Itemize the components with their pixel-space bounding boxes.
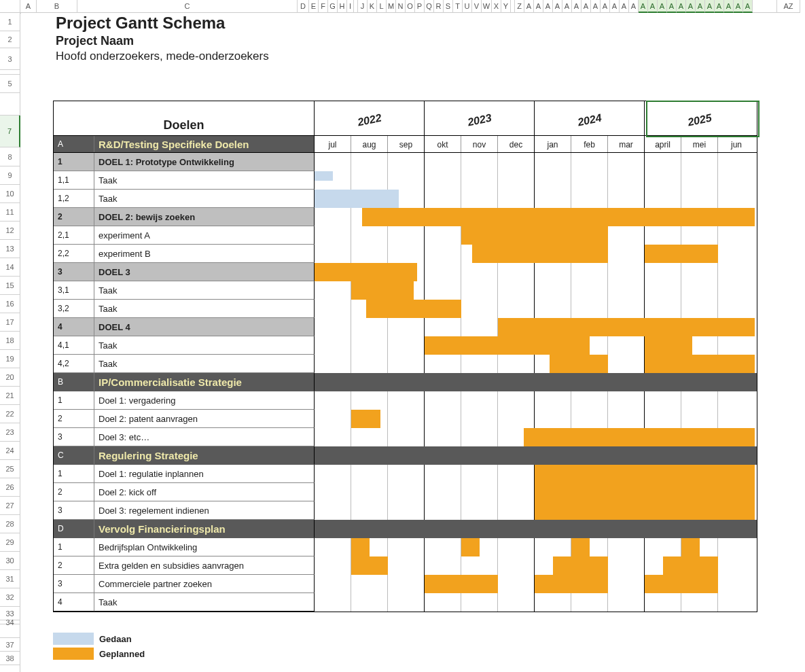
column-header[interactable]: A bbox=[696, 0, 705, 13]
row-header[interactable] bbox=[0, 93, 20, 116]
row-header[interactable]: 20 bbox=[0, 368, 20, 387]
row-id: 2,1 bbox=[54, 226, 94, 245]
column-header[interactable]: V bbox=[472, 0, 482, 13]
row-header[interactable]: 14 bbox=[0, 258, 20, 277]
column-header[interactable]: B bbox=[37, 0, 77, 13]
column-header[interactable]: C bbox=[77, 0, 298, 13]
column-header[interactable]: AZ bbox=[777, 0, 800, 13]
column-header[interactable]: A bbox=[562, 0, 572, 13]
column-header[interactable]: A bbox=[610, 0, 620, 13]
row-header[interactable] bbox=[0, 70, 20, 75]
column-header[interactable]: A bbox=[658, 0, 667, 13]
column-header[interactable]: A bbox=[20, 0, 37, 13]
column-header[interactable]: D bbox=[298, 0, 309, 13]
row-header[interactable]: 21 bbox=[0, 387, 20, 405]
row-header[interactable]: 7 bbox=[0, 116, 20, 147]
row-header[interactable]: 30 bbox=[0, 552, 20, 570]
row-header[interactable]: 13 bbox=[0, 240, 20, 258]
column-header[interactable]: U bbox=[463, 0, 472, 13]
column-header[interactable]: A bbox=[601, 0, 610, 13]
column-header[interactable]: Z bbox=[515, 0, 524, 13]
column-header[interactable]: M bbox=[387, 0, 396, 13]
column-header[interactable]: L bbox=[377, 0, 387, 13]
row-header[interactable]: 26 bbox=[0, 478, 20, 497]
column-header[interactable]: A bbox=[524, 0, 534, 13]
row-header[interactable]: 28 bbox=[0, 515, 20, 533]
row-header[interactable]: 31 bbox=[0, 570, 20, 588]
column-header[interactable]: X bbox=[492, 0, 501, 13]
row-header[interactable]: 17 bbox=[0, 313, 20, 332]
column-header[interactable]: A bbox=[591, 0, 601, 13]
column-header[interactable]: H bbox=[338, 0, 347, 13]
column-header[interactable]: O bbox=[406, 0, 415, 13]
section-a-header: A R&D/Testing Specifieke Doelen bbox=[54, 136, 315, 152]
row-header[interactable] bbox=[0, 624, 20, 638]
row-header[interactable]: 22 bbox=[0, 405, 20, 423]
column-header[interactable]: K bbox=[368, 0, 377, 13]
column-header[interactable]: R bbox=[434, 0, 444, 13]
row-name: DOEL 3 bbox=[94, 263, 315, 281]
column-header[interactable]: N bbox=[396, 0, 406, 13]
gantt-track bbox=[315, 226, 757, 245]
column-header[interactable]: I bbox=[347, 0, 354, 13]
column-header[interactable]: A bbox=[724, 0, 734, 13]
row-name: Doel 3: etc… bbox=[94, 428, 315, 446]
column-header[interactable]: A bbox=[543, 0, 553, 13]
row-header[interactable]: 19 bbox=[0, 350, 20, 368]
column-header[interactable]: A bbox=[572, 0, 582, 13]
row-header[interactable]: 10 bbox=[0, 185, 20, 203]
column-header[interactable]: A bbox=[677, 0, 686, 13]
row-header[interactable]: 18 bbox=[0, 332, 20, 350]
gantt-body: 1DOEL 1: Prototype Ontwikkeling1,1Taak1,… bbox=[54, 153, 757, 612]
column-header[interactable]: A bbox=[582, 0, 591, 13]
column-header[interactable]: A bbox=[648, 0, 658, 13]
gantt-bar bbox=[351, 281, 414, 300]
column-header[interactable]: F bbox=[319, 0, 328, 13]
column-header[interactable]: A bbox=[734, 0, 743, 13]
row-header[interactable]: 37 bbox=[0, 638, 20, 652]
row-header[interactable]: 32 bbox=[0, 588, 20, 607]
column-header[interactable]: A bbox=[743, 0, 753, 13]
column-header[interactable]: A bbox=[553, 0, 562, 13]
row-header[interactable]: 25 bbox=[0, 460, 20, 478]
column-header[interactable] bbox=[0, 0, 20, 13]
row-header[interactable]: 11 bbox=[0, 203, 20, 222]
row-header[interactable]: 24 bbox=[0, 442, 20, 460]
column-header[interactable]: A bbox=[705, 0, 715, 13]
row-name: Vervolg Financieringsplan bbox=[94, 520, 315, 538]
column-header[interactable]: A bbox=[686, 0, 696, 13]
column-header[interactable]: E bbox=[309, 0, 319, 13]
column-header[interactable]: A bbox=[715, 0, 724, 13]
row-header[interactable]: 1 bbox=[0, 13, 20, 31]
column-header[interactable]: A bbox=[620, 0, 629, 13]
column-header[interactable]: G bbox=[328, 0, 338, 13]
row-header[interactable]: 16 bbox=[0, 295, 20, 313]
column-header[interactable]: A bbox=[639, 0, 648, 13]
row-header[interactable]: 27 bbox=[0, 497, 20, 515]
row-header[interactable]: 23 bbox=[0, 423, 20, 442]
column-header[interactable]: A bbox=[534, 0, 543, 13]
row-header[interactable]: 8 bbox=[0, 147, 20, 166]
row-header[interactable] bbox=[0, 665, 20, 672]
spreadsheet-canvas[interactable]: ABCDEFGHIJKLMNOPQRSTUVWXYZAAAAAAAAAAAAAA… bbox=[0, 0, 805, 672]
column-header[interactable]: J bbox=[358, 0, 368, 13]
row-header[interactable]: 15 bbox=[0, 277, 20, 295]
column-header[interactable]: T bbox=[453, 0, 463, 13]
row-header[interactable]: 12 bbox=[0, 222, 20, 240]
row-header[interactable]: 9 bbox=[0, 166, 20, 185]
column-header[interactable]: A bbox=[629, 0, 639, 13]
row-header[interactable]: 29 bbox=[0, 533, 20, 552]
column-header[interactable]: Y bbox=[501, 0, 511, 13]
column-header[interactable]: W bbox=[482, 0, 492, 13]
title-block: Project Gantt Schema Project Naam Hoofd … bbox=[56, 14, 269, 63]
row-header[interactable]: 5 bbox=[0, 75, 20, 93]
column-header[interactable]: Q bbox=[425, 0, 434, 13]
column-header[interactable]: S bbox=[444, 0, 453, 13]
row-header[interactable]: 3 bbox=[0, 48, 20, 70]
column-header[interactable]: A bbox=[667, 0, 677, 13]
column-header[interactable] bbox=[753, 0, 777, 13]
row-header[interactable]: 38 bbox=[0, 652, 20, 665]
column-header[interactable]: P bbox=[415, 0, 425, 13]
row-header[interactable]: 2 bbox=[0, 31, 20, 48]
legend-swatch-done bbox=[53, 633, 94, 645]
